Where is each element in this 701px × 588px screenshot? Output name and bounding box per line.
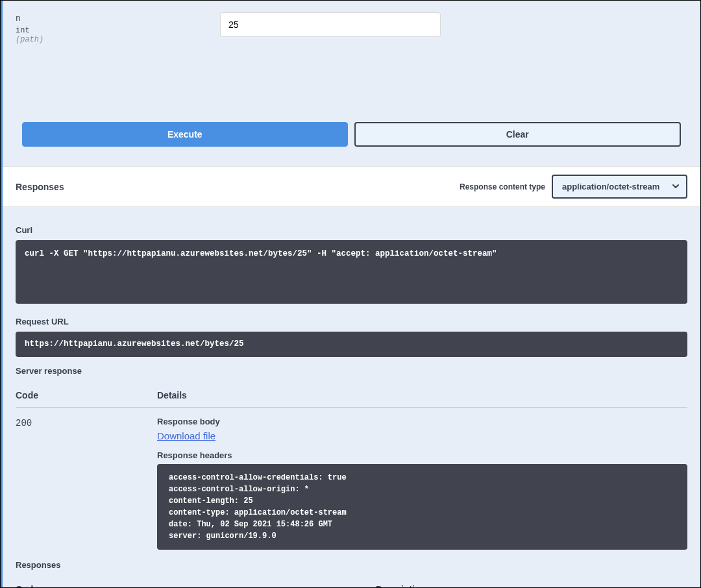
curl-label: Curl [16, 225, 687, 235]
param-input-n[interactable] [220, 12, 441, 37]
response-code: 200 [16, 417, 157, 428]
server-response-table-head: Code Details [16, 390, 687, 408]
content-type-group: Response content type application/octet-… [460, 175, 687, 199]
operation-panel: n int (path) Execute Clear Responses Res… [1, 1, 700, 587]
param-name: n [16, 14, 220, 23]
response-headers-label: Response headers [157, 450, 687, 460]
col-code-header: Code [16, 390, 157, 400]
app-frame: n int (path) Execute Clear Responses Res… [0, 0, 701, 588]
responses-doc-table-head: Code Description [16, 584, 687, 587]
request-url-label: Request URL [16, 317, 687, 326]
request-url-value: https://httpapianu.azurewebsites.net/byt… [16, 332, 687, 357]
content-type-select[interactable]: application/octet-stream [552, 175, 687, 199]
param-row-n: n int (path) [16, 12, 687, 44]
server-response-label: Server response [16, 366, 687, 376]
response-details: Response body Download file Response hea… [157, 417, 687, 560]
curl-command: curl -X GET "https://httpapianu.azureweb… [16, 240, 687, 304]
content-type-select-wrap: application/octet-stream [552, 175, 687, 199]
response-body-label: Response body [157, 417, 687, 426]
response-headers: access-control-allow-credentials: true a… [157, 464, 687, 550]
execute-button[interactable]: Execute [22, 122, 348, 147]
action-button-row: Execute Clear [3, 122, 700, 166]
content-type-label: Response content type [460, 182, 545, 191]
col-details-header: Details [157, 390, 687, 400]
parameters-section: n int (path) [3, 1, 700, 122]
responses-title: Responses [16, 182, 64, 192]
doc-col-code-header: Code [16, 584, 376, 587]
response-body-section: Curl curl -X GET "https://httpapianu.azu… [3, 207, 700, 587]
clear-button[interactable]: Clear [354, 122, 682, 147]
param-meta: n int (path) [16, 12, 220, 44]
download-file-link[interactable]: Download file [157, 430, 215, 441]
responses-header: Responses Response content type applicat… [3, 166, 700, 207]
server-response-row: 200 Response body Download file Response… [16, 417, 687, 560]
param-type: int [16, 26, 220, 35]
doc-col-desc-header: Description [376, 584, 687, 587]
responses-doc-label: Responses [16, 560, 687, 570]
param-in: (path) [16, 35, 220, 44]
